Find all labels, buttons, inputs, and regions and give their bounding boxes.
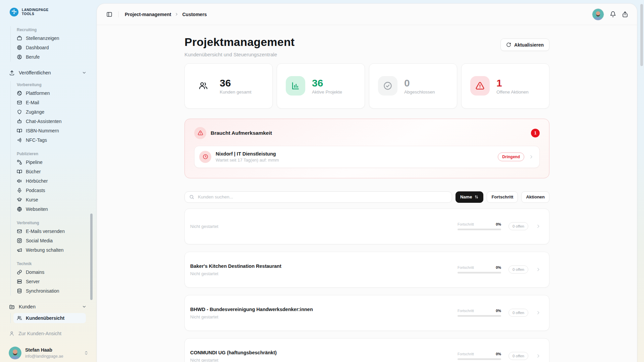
group-recruiting: Recruiting Stellenanzeigen Dashboard Ber…: [10, 26, 97, 62]
refresh-icon: [506, 42, 511, 47]
breadcrumb-current[interactable]: Customers: [182, 12, 207, 17]
sidebar-item-podcasts[interactable]: Podcasts: [17, 186, 97, 195]
progress-label: Fortschritt: [458, 309, 474, 313]
topbar-avatar[interactable]: [592, 8, 604, 20]
sidebar-item-social-media[interactable]: Social Media: [17, 236, 97, 245]
main-panel: Project-management Customers Projektmana…: [97, 3, 637, 362]
mail-icon: [17, 100, 22, 105]
open-count-badge: 0 offen: [508, 352, 528, 360]
sidebar-item-dashboard[interactable]: Dashboard: [17, 43, 97, 52]
sidebar-item-zugaenge[interactable]: Zugänge: [17, 107, 97, 117]
sidebar-item-veroeffentlichen[interactable]: Veröffentlichen: [9, 68, 97, 78]
sidebar-item-label: Social Media: [26, 238, 53, 243]
chevron-right-icon[interactable]: [536, 353, 541, 359]
sidebar-item-label: E-Mail: [26, 100, 39, 105]
chevron-right-icon[interactable]: [536, 224, 541, 229]
share-icon[interactable]: [622, 11, 628, 17]
upload-icon: [9, 70, 15, 76]
progress-value: 0%: [496, 222, 501, 226]
sidebar-item-kunden[interactable]: Kunden: [9, 302, 97, 312]
customer-row[interactable]: BHWD - Bundesvereinigung Handwerksdenker…: [184, 295, 549, 331]
breadcrumb-chevron-icon: [174, 12, 179, 16]
progress-bar: [458, 358, 501, 360]
sidebar-item-buecher[interactable]: Bücher: [17, 167, 97, 176]
progress-label: Fortschritt: [458, 265, 474, 269]
mail-icon: [17, 229, 22, 234]
search-input[interactable]: [197, 194, 447, 200]
profession-icon: [17, 54, 22, 60]
user-email: info@landingpage.ae: [25, 354, 63, 359]
customer-status: Nicht gestartet: [190, 224, 218, 229]
breadcrumb-parent[interactable]: Project-management: [125, 12, 171, 17]
megaphone-icon: [17, 247, 22, 253]
alert-title: Braucht Aufmerksamkeit: [211, 130, 272, 136]
chevron-down-icon: [82, 70, 87, 75]
warning-triangle-icon: [194, 127, 206, 139]
sidebar-item-label: Synchronisation: [26, 288, 59, 294]
stat-card-kunden-gesamt: 36 Kunden gesamt: [184, 63, 273, 109]
sidebar-item-kundenuebersicht[interactable]: Kundenübersicht: [13, 313, 86, 323]
sidebar-toggle-icon[interactable]: [106, 11, 112, 17]
sidebar-item-label: Berufe: [26, 54, 40, 60]
customer-name: BHWD - Bundesvereinigung Handwerksdenker…: [190, 306, 313, 313]
sidebar-nav: Recruiting Stellenanzeigen Dashboard Ber…: [0, 17, 97, 339]
nfc-signal-icon: [17, 137, 22, 143]
check-circle-icon: [378, 76, 397, 96]
user-avatar: [9, 347, 21, 359]
sidebar-item-stellenanzeigen[interactable]: Stellenanzeigen: [17, 34, 97, 43]
sidebar-item-label: Veröffentlichen: [19, 70, 51, 75]
customer-view-label: Zur Kunden-Ansicht: [18, 331, 61, 336]
sidebar-item-label: Dashboard: [26, 45, 49, 50]
sidebar-item-berufe[interactable]: Berufe: [17, 52, 97, 62]
sidebar-item-kurse[interactable]: Kurse: [17, 195, 97, 204]
customer-view-link[interactable]: Zur Kunden-Ansicht: [9, 328, 97, 339]
sidebar-item-chat-assistenten[interactable]: Chat-Assistenten: [17, 117, 97, 126]
sidebar-item-synchronisation[interactable]: Synchronisation: [17, 286, 97, 296]
sidebar-item-hoerbuecher[interactable]: Hörbücher: [17, 176, 97, 186]
search-icon: [189, 194, 194, 199]
progress-block: Fortschritt 0%: [458, 265, 501, 274]
sidebar-item-label: Zugänge: [26, 109, 44, 115]
chevron-right-icon[interactable]: [536, 310, 541, 315]
sidebar-item-emails-versenden[interactable]: E-Mails versenden: [17, 227, 97, 236]
page-content: Projektmanagement Kundenübersicht und St…: [184, 25, 549, 362]
sidebar-item-domains[interactable]: Domains: [17, 267, 97, 277]
sidebar-scrollbar-thumb[interactable]: [90, 214, 93, 300]
chevron-right-icon[interactable]: [529, 154, 534, 160]
progress-block: Fortschritt 0%: [458, 352, 501, 360]
target-icon: [17, 45, 22, 50]
user-menu[interactable]: Stefan Haab info@landingpage.ae: [0, 342, 97, 362]
customer-row[interactable]: CONMUNDI UG (haftungsbeschränkt) Nicht g…: [184, 338, 549, 362]
customer-row[interactable]: Baker's Kitchen Destination Restaurant N…: [184, 252, 549, 288]
app-logo[interactable]: LANDINGPAGETOOLS: [0, 0, 97, 17]
topbar: Project-management Customers: [97, 4, 637, 25]
sidebar-item-plattformen[interactable]: Plattformen: [17, 88, 97, 98]
chevron-right-icon[interactable]: [536, 267, 541, 272]
open-count-badge: 0 offen: [508, 309, 528, 317]
alert-item-row[interactable]: Nixdorf | IT Dienstleistung Wartet seit …: [194, 146, 540, 168]
logo-text: LANDINGPAGETOOLS: [22, 8, 49, 16]
search-box[interactable]: [184, 191, 452, 203]
sidebar-item-server[interactable]: Server: [17, 277, 97, 286]
sidebar-item-nfc-tags[interactable]: NFC-Tags: [17, 135, 97, 145]
sort-button-name[interactable]: Name: [455, 191, 483, 203]
refresh-button[interactable]: Aktualisieren: [500, 39, 549, 51]
bell-icon[interactable]: [610, 11, 616, 17]
sort-arrows-icon: [474, 195, 479, 199]
section-label-verbreitung: Verbreitung: [17, 219, 97, 227]
sidebar-item-isbn-nummern[interactable]: ISBN-Nummern: [17, 126, 97, 135]
sort-button-fortschritt[interactable]: Fortschritt: [487, 191, 518, 203]
sidebar-item-webseiten[interactable]: Webseiten: [17, 204, 97, 214]
stat-label: Aktive Projekte: [312, 89, 342, 95]
page-scrollbar-thumb[interactable]: [640, 4, 643, 66]
customer-row[interactable]: Nicht gestartet Fortschritt 0% 0 offen: [184, 208, 549, 244]
sort-button-aktionen[interactable]: Aktionen: [521, 191, 549, 203]
sidebar-item-werbung-schalten[interactable]: Werbung schalten: [17, 245, 97, 255]
sidebar-item-pipeline[interactable]: Pipeline: [17, 158, 97, 167]
sidebar: LANDINGPAGETOOLS Recruiting Stellenanzei…: [0, 0, 97, 362]
progress-label: Fortschritt: [458, 222, 474, 226]
sidebar-item-label: Chat-Assistenten: [26, 119, 62, 124]
sidebar-item-email[interactable]: E-Mail: [17, 98, 97, 107]
refresh-label: Aktualisieren: [514, 42, 544, 48]
audio-icon: [17, 178, 22, 184]
